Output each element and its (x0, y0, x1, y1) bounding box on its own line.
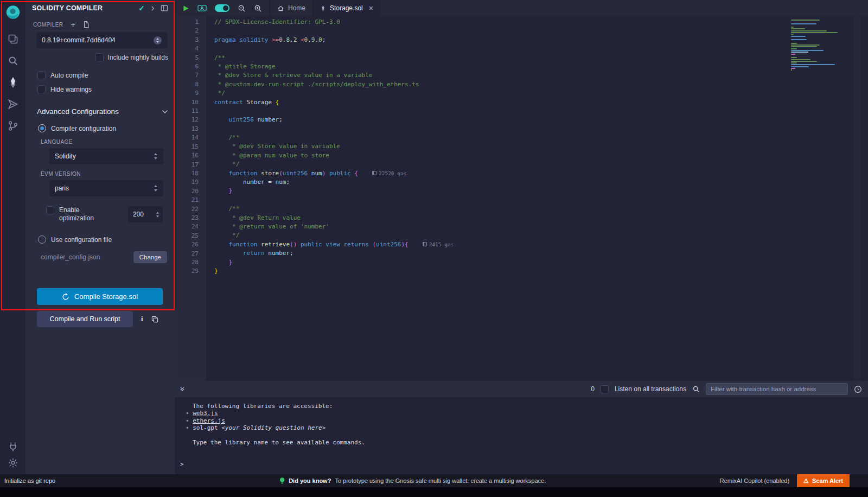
code-editor[interactable]: 1234567891011121314151617181920212223242… (175, 16, 868, 381)
editor-scrollbar[interactable] (854, 16, 860, 381)
lightbulb-icon (279, 477, 285, 485)
advanced-configurations-header[interactable]: Advanced Configurations (32, 107, 168, 116)
code-line[interactable]: * @custom:dev-run-script ./scripts/deplo… (214, 80, 868, 89)
code-line[interactable] (214, 27, 868, 35)
code-line[interactable]: /** (214, 205, 868, 213)
code-line[interactable]: * @dev Return value (214, 214, 868, 222)
code-line[interactable]: function retrieve() public view returns … (214, 240, 868, 249)
add-custom-compiler-icon[interactable]: + (71, 21, 75, 28)
zoom-out-icon[interactable] (238, 4, 246, 12)
close-tab-icon[interactable]: × (369, 4, 373, 12)
solidity-compiler-icon[interactable] (0, 72, 25, 93)
git-init-status[interactable]: Initialize as git repo (0, 477, 55, 484)
copilot-toggle[interactable] (215, 4, 229, 12)
home-icon (277, 5, 284, 12)
deploy-run-icon[interactable] (0, 93, 25, 115)
code-line[interactable]: */ (214, 89, 868, 98)
terminal-line: • web3.js (175, 410, 868, 417)
status-bar: Initialize as git repo Did you know? To … (0, 474, 868, 487)
chevron-right-icon[interactable] (151, 5, 155, 11)
advanced-configurations-title: Advanced Configurations (37, 107, 119, 116)
code-line[interactable]: } (214, 258, 868, 267)
code-line[interactable]: function store(uint256 num) public {2252… (214, 169, 868, 178)
compiler-download-state-icon (153, 36, 162, 45)
code-line[interactable]: pragma solidity >=0.8.2 <0.9.0; (214, 36, 868, 44)
solidity-file-icon (320, 5, 326, 11)
compile-and-run-button[interactable]: Compile and Run script (37, 311, 133, 327)
code-line[interactable]: uint256 number; (214, 116, 868, 124)
include-nightly-label: Include nightly builds (108, 54, 168, 61)
code-line[interactable] (214, 107, 868, 116)
tab-home[interactable]: Home (270, 0, 312, 16)
evm-version-select[interactable]: paris (49, 180, 163, 196)
code-line[interactable]: * @param num value to store (214, 151, 868, 160)
auto-compile-checkbox[interactable] (37, 71, 46, 79)
search-icon[interactable] (0, 50, 25, 72)
settings-icon[interactable] (0, 455, 25, 471)
ai-assistant-icon[interactable] (197, 4, 207, 12)
toggle-knob (223, 5, 228, 11)
listen-transactions-checkbox[interactable] (601, 385, 609, 393)
tab-storage-sol[interactable]: Storage.sol × (313, 0, 380, 16)
code-line[interactable]: return number; (214, 249, 868, 258)
use-config-file-radio[interactable] (38, 235, 46, 244)
pending-transactions-clock-icon[interactable] (854, 385, 862, 393)
copy-icon[interactable] (151, 316, 158, 323)
code-line[interactable]: * @title Storage (214, 62, 868, 71)
pin-panel-icon[interactable] (161, 4, 168, 12)
compiler-version-select[interactable]: 0.8.19+commit.7dd6d404 (36, 32, 168, 48)
editor-minimap[interactable] (791, 20, 852, 72)
terminal-prompt[interactable]: > (175, 461, 868, 468)
code-line[interactable]: number = num; (214, 178, 868, 187)
collapse-terminal-icon[interactable]: » (178, 387, 187, 391)
include-nightly-checkbox[interactable] (95, 53, 104, 61)
code-line[interactable]: } (214, 267, 868, 276)
compile-button[interactable]: Compile Storage.sol (37, 288, 163, 305)
run-script-play-icon[interactable] (182, 5, 189, 12)
zoom-in-icon[interactable] (254, 4, 262, 12)
code-line[interactable] (214, 44, 868, 53)
info-icon[interactable]: i (141, 315, 143, 323)
code-line[interactable]: // SPDX-License-Identifier: GPL-3.0 (214, 18, 868, 27)
file-explorer-icon[interactable] (0, 28, 25, 50)
number-spinner-icon[interactable] (156, 211, 159, 218)
language-select[interactable]: Solidity (49, 148, 163, 164)
code-line[interactable]: contract Storage { (214, 98, 868, 107)
code-line[interactable]: * @dev Store & retrieve value in a varia… (214, 71, 868, 80)
code-line[interactable]: } (214, 187, 868, 195)
scam-alert-badge[interactable]: ⚠ Scam Alert (797, 474, 850, 487)
select-caret-icon (154, 152, 158, 160)
optimization-runs-input[interactable] (133, 211, 151, 218)
optimization-runs-field (128, 206, 163, 222)
code-line[interactable]: * @return value of 'number' (214, 222, 868, 231)
code-line[interactable]: */ (214, 160, 868, 169)
window-bottom-strip (0, 487, 868, 497)
select-caret-icon (154, 184, 158, 192)
code-line[interactable]: /** (214, 54, 868, 62)
code-line[interactable] (214, 125, 868, 133)
code-line[interactable]: * @dev Store value in variable (214, 142, 868, 151)
code-line[interactable] (214, 196, 868, 205)
compiler-configuration-radio[interactable] (38, 124, 46, 132)
hide-warnings-checkbox[interactable] (37, 85, 46, 93)
panel-title: SOLIDITY COMPILER (32, 4, 132, 12)
scam-alert-label: Scam Alert (812, 477, 843, 484)
open-compiler-file-icon[interactable] (83, 21, 90, 28)
code-line[interactable]: /** (214, 133, 868, 142)
did-you-know-tip: Did you know? To prototype using the Gno… (279, 477, 546, 485)
transaction-filter-input[interactable] (706, 383, 848, 395)
terminal-link[interactable]: ethers.js (193, 417, 225, 424)
terminal-search-icon[interactable] (692, 385, 700, 393)
copilot-status[interactable]: RemixAI Copilot (enabled) (720, 477, 789, 484)
terminal-output[interactable]: The following libraries are accessible:•… (175, 397, 868, 474)
enable-optimization-label: Enable optimization (59, 206, 104, 222)
chevron-down-icon (162, 110, 168, 114)
plugin-manager-icon[interactable] (0, 438, 25, 455)
change-config-button[interactable]: Change (133, 251, 167, 263)
git-icon[interactable] (0, 115, 25, 137)
terminal-link[interactable]: web3.js (193, 410, 218, 417)
remix-logo-icon[interactable] (5, 4, 21, 21)
code-line[interactable]: */ (214, 231, 868, 240)
code-content[interactable]: // SPDX-License-Identifier: GPL-3.0 prag… (206, 16, 868, 381)
enable-optimization-checkbox[interactable] (46, 206, 54, 214)
